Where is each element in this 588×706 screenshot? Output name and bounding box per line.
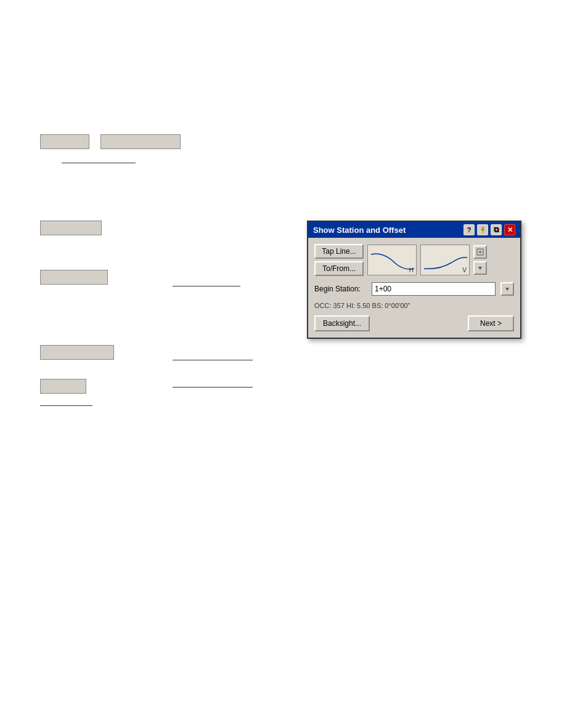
diagram-dropdown-button[interactable] [473,261,487,275]
tap-line-button[interactable]: Tap Line... [314,244,364,259]
v-diagram: V [420,245,470,275]
bg-button-5[interactable] [40,345,114,360]
bg-button-3[interactable] [40,221,102,235]
pin-icon[interactable]: 🖈 [477,224,488,235]
bg-button-1[interactable] [40,134,89,149]
show-station-offset-dialog: Show Station and Offset ? 🖈 ⧉ ✕ Tap Line… [307,221,521,339]
station-input[interactable] [372,282,496,296]
svg-marker-3 [478,267,482,270]
dialog-title: Show Station and Offset [313,225,463,235]
copy-icon[interactable]: ⧉ [491,224,502,235]
station-label: Begin Station: [314,285,367,293]
bg-underline-1 [62,163,136,163]
station-row: Begin Station: [314,282,514,296]
v-diagram-label: V [462,267,467,274]
bg-underline-3 [173,360,253,360]
next-button[interactable]: Next > [468,315,514,331]
bg-button-4[interactable] [40,270,108,285]
station-dropdown-button[interactable] [500,282,514,296]
h-diagram: H [367,245,417,275]
h-diagram-label: H [409,267,414,274]
bg-underline-4 [173,387,253,387]
close-icon[interactable]: ✕ [504,224,515,235]
bg-button-2[interactable] [100,134,181,149]
svg-marker-4 [505,288,509,291]
bg-underline-5 [40,405,92,406]
dialog-titlebar: Show Station and Offset ? 🖈 ⧉ ✕ [308,222,520,238]
expand-diagram-button[interactable] [473,245,487,259]
to-from-button[interactable]: To/From... [314,261,364,276]
dialog-bottom-row: Backsight... Next > [314,315,514,331]
backsight-button[interactable]: Backsight... [314,315,370,331]
dialog-top-row: Tap Line... To/From... H V [314,244,514,276]
bg-underline-2 [173,286,240,286]
bg-button-6[interactable] [40,379,86,394]
help-icon[interactable]: ? [463,224,475,235]
occ-info: OCC: 357 HI: 5.50 BS: 0°00'00" [314,301,514,310]
